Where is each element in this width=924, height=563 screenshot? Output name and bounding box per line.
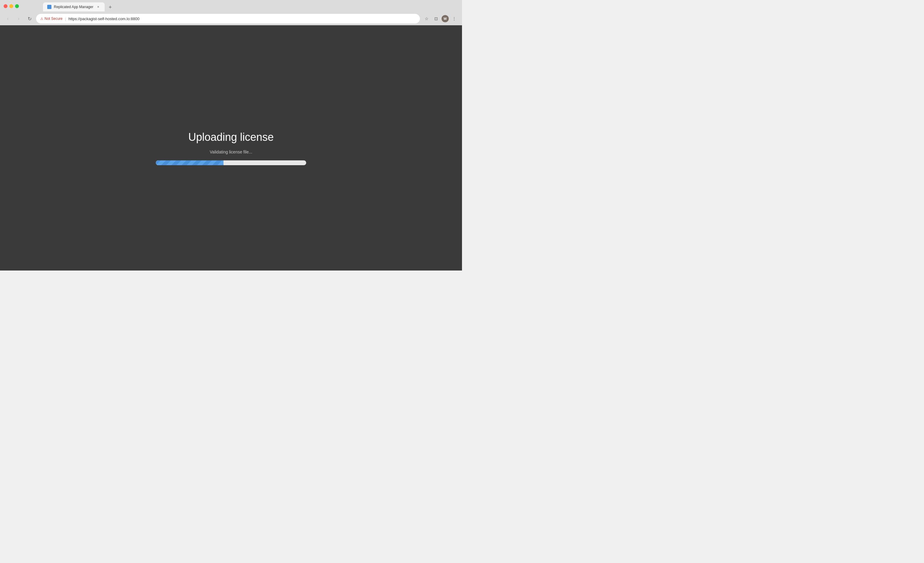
window-maximize-button[interactable] (15, 4, 19, 8)
browser-chrome: Replicated App Manager × + ‹ › ↻ ⚠ Not S… (0, 0, 462, 25)
address-divider: | (65, 17, 66, 21)
page-content: Uploading license Validating license fil… (0, 25, 462, 270)
titlebar: Replicated App Manager × + (0, 0, 462, 12)
tab-close-button[interactable]: × (96, 5, 100, 9)
forward-button[interactable]: › (14, 15, 23, 23)
url-display: https://packagist-self-hosted.com.lo:880… (68, 17, 139, 21)
bookmark-button[interactable]: ☆ (422, 15, 431, 23)
warning-icon: ⚠ (40, 17, 44, 21)
window-minimize-button[interactable] (9, 4, 13, 8)
toolbar-actions: ☆ ⊡ W ⋮ (422, 15, 458, 23)
page-title: Uploading license (188, 131, 274, 144)
window-controls (4, 4, 19, 8)
back-button[interactable]: ‹ (4, 15, 12, 23)
active-tab[interactable]: Replicated App Manager × (43, 2, 105, 11)
window-close-button[interactable] (4, 4, 8, 8)
tab-favicon-icon (47, 5, 51, 9)
address-bar[interactable]: ⚠ Not Secure | https://packagist-self-ho… (36, 14, 420, 24)
status-text: Validating license file... (210, 150, 252, 155)
new-tab-button[interactable]: + (106, 3, 114, 11)
reload-button[interactable]: ↻ (25, 15, 34, 23)
menu-button[interactable]: ⋮ (450, 15, 458, 23)
progress-bar-container (156, 161, 306, 165)
address-bar-row: ‹ › ↻ ⚠ Not Secure | https://packagist-s… (0, 12, 462, 25)
avatar[interactable]: W (441, 15, 449, 22)
tab-title: Replicated App Manager (54, 5, 93, 9)
not-secure-label: Not Secure (45, 17, 63, 21)
tab-bar: Replicated App Manager × + (21, 1, 136, 11)
progress-bar-fill (156, 161, 224, 165)
extensions-button[interactable]: ⊡ (432, 15, 440, 23)
security-warning: ⚠ Not Secure (40, 17, 63, 21)
upload-container: Uploading license Validating license fil… (156, 131, 306, 165)
